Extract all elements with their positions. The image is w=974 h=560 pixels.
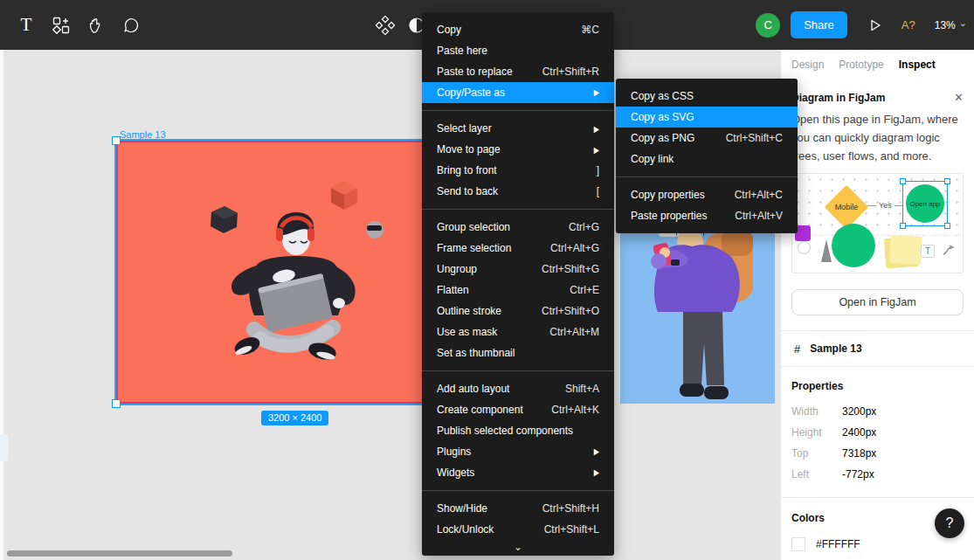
frame-hash-icon: # bbox=[794, 342, 800, 356]
menu-separator bbox=[616, 176, 798, 177]
node-label: Open app bbox=[906, 184, 944, 223]
frame-illustration bbox=[118, 142, 427, 404]
menu-item-plugins[interactable]: Plugins ▶ bbox=[422, 441, 614, 462]
tab-prototype[interactable]: Prototype bbox=[839, 59, 883, 71]
property-row: Top 7318px bbox=[791, 443, 964, 464]
selection-handle-top-left[interactable] bbox=[112, 136, 121, 145]
menu-item-flatten[interactable]: FlattenCtrl+E bbox=[422, 280, 614, 301]
property-row: Height 2400px bbox=[791, 422, 964, 443]
menu-item-add-auto-layout[interactable]: Add auto layoutShift+A bbox=[422, 378, 614, 399]
open-in-figjam-button[interactable]: Open in FigJam bbox=[791, 289, 964, 315]
figjam-preview: Mobile Yes → Open app bbox=[791, 173, 964, 273]
menu-item-lock-unlock[interactable]: Lock/UnlockCtrl+Shift+L bbox=[422, 519, 614, 540]
properties-title: Properties bbox=[791, 380, 964, 392]
text-tool-button[interactable]: T bbox=[9, 8, 44, 43]
copy-paste-as-submenu: Copy as CSS Copy as SVG Copy as PNGCtrl+… bbox=[616, 79, 798, 233]
menu-scroll-more[interactable]: ⌄ bbox=[422, 540, 614, 554]
menu-item-ungroup[interactable]: UngroupCtrl+Shift+G bbox=[422, 259, 614, 280]
properties-section: Properties Width 3200px Height 2400px To… bbox=[781, 367, 974, 497]
menu-item-bring-to-front[interactable]: Bring to front] bbox=[422, 160, 614, 181]
figjam-diamond-node: Mobile bbox=[825, 186, 867, 228]
selected-frame[interactable] bbox=[116, 141, 427, 404]
chevron-down-icon: ⌄ bbox=[514, 541, 522, 553]
color-swatch[interactable] bbox=[791, 537, 805, 551]
tab-design[interactable]: Design bbox=[791, 59, 824, 71]
avatar-initial: C bbox=[763, 18, 771, 31]
resources-diamond-icon[interactable] bbox=[376, 16, 395, 35]
hand-tool-button[interactable] bbox=[79, 8, 114, 43]
present-button[interactable] bbox=[860, 10, 891, 41]
figjam-promo: Diagram in FigJam ✕ Open this page in Fi… bbox=[781, 79, 974, 315]
right-panel: Design Prototype Inspect Diagram in FigJ… bbox=[780, 50, 974, 560]
submenu-arrow-icon: ▶ bbox=[594, 88, 599, 98]
help-button[interactable]: ? bbox=[935, 508, 964, 538]
comment-tool-button[interactable] bbox=[114, 8, 149, 43]
submenu-item-paste-properties[interactable]: Paste propertiesCtrl+Alt+V bbox=[616, 205, 798, 226]
selection-handle-bottom-left[interactable] bbox=[112, 399, 121, 408]
submenu-arrow-icon: ▶ bbox=[594, 447, 599, 457]
horizontal-scrollbar[interactable] bbox=[7, 550, 232, 557]
menu-item-show-hide[interactable]: Show/HideCtrl+Shift+H bbox=[422, 498, 614, 519]
menu-separator bbox=[422, 490, 614, 491]
menu-item-create-component[interactable]: Create componentCtrl+Alt+K bbox=[422, 399, 614, 420]
question-icon: ? bbox=[946, 515, 954, 531]
menu-separator bbox=[422, 209, 614, 210]
figjam-selected-node: Open app bbox=[902, 181, 948, 226]
close-icon[interactable]: ✕ bbox=[954, 91, 964, 104]
submenu-item-copy-link[interactable]: Copy link bbox=[616, 149, 798, 169]
figjam-mini-toolbar: T bbox=[792, 236, 963, 273]
color-row: #FFFFFF bbox=[791, 537, 964, 551]
tab-inspect[interactable]: Inspect bbox=[899, 59, 936, 71]
zoom-menu[interactable]: 13% ⌄ bbox=[935, 19, 967, 31]
property-row: Width 3200px bbox=[791, 401, 964, 422]
menu-item-widgets[interactable]: Widgets ▶ bbox=[422, 462, 614, 483]
submenu-item-copy-as-css[interactable]: Copy as CSS bbox=[616, 86, 798, 107]
left-panel-flyout-tab[interactable] bbox=[0, 434, 8, 461]
selection-header: # Sample 13 bbox=[781, 331, 974, 366]
menu-item-set-as-thumbnail[interactable]: Set as thumbnail bbox=[422, 342, 614, 363]
figjam-shape-tool bbox=[832, 224, 875, 267]
menu-item-publish-selected-components[interactable]: Publish selected components bbox=[422, 420, 614, 441]
menu-item-move-to-page[interactable]: Move to page ▶ bbox=[422, 139, 614, 160]
play-icon bbox=[867, 17, 884, 34]
menu-item-copy[interactable]: Copy⌘C bbox=[422, 19, 614, 40]
figjam-connector-icon bbox=[942, 245, 956, 257]
figjam-sticky-note bbox=[889, 235, 922, 265]
menu-item-paste-here[interactable]: Paste here bbox=[422, 40, 614, 61]
zoom-level: 13% bbox=[935, 19, 956, 31]
submenu-item-copy-properties[interactable]: Copy propertiesCtrl+Alt+C bbox=[616, 184, 798, 205]
menu-item-paste-to-replace[interactable]: Paste to replaceCtrl+Shift+R bbox=[422, 61, 614, 82]
menu-item-group-selection[interactable]: Group selectionCtrl+G bbox=[422, 217, 614, 238]
figjam-text-tool: T bbox=[921, 245, 935, 258]
submenu-arrow-icon: ▶ bbox=[594, 145, 599, 155]
component-tool-button[interactable] bbox=[44, 8, 79, 43]
menu-item-frame-selection[interactable]: Frame selectionCtrl+Alt+G bbox=[422, 238, 614, 259]
share-button[interactable]: Share bbox=[791, 11, 847, 38]
color-hex[interactable]: #FFFFFF bbox=[816, 538, 860, 550]
property-row: Left -772px bbox=[791, 464, 964, 485]
comment-icon bbox=[121, 16, 141, 35]
menu-item-use-as-mask[interactable]: Use as maskCtrl+Alt+M bbox=[422, 321, 614, 342]
hand-tool-icon bbox=[86, 16, 106, 35]
panel-tabs: Design Prototype Inspect bbox=[781, 50, 974, 79]
frame-name-label[interactable]: Sample 13 bbox=[120, 129, 166, 140]
menu-item-send-to-back[interactable]: Send to back[ bbox=[422, 181, 614, 202]
submenu-item-copy-as-png[interactable]: Copy as PNGCtrl+Shift+C bbox=[616, 128, 798, 149]
component-icon bbox=[52, 17, 70, 34]
menu-separator bbox=[422, 110, 614, 111]
text-tool-icon: T bbox=[21, 16, 32, 34]
selection-name: Sample 13 bbox=[810, 342, 861, 355]
menu-item-outline-stroke[interactable]: Outline strokeCtrl+Shift+O bbox=[422, 301, 614, 321]
figjam-pen-tool bbox=[821, 239, 832, 262]
submenu-item-copy-as-svg[interactable]: Copy as SVG bbox=[616, 107, 798, 128]
left-panel-edge bbox=[0, 50, 3, 560]
figjam-promo-title: Diagram in FigJam bbox=[791, 92, 885, 104]
submenu-arrow-icon: ▶ bbox=[594, 468, 599, 478]
menu-item-select-layer[interactable]: Select layer ▶ bbox=[422, 118, 614, 139]
accessibility-badge[interactable]: A? bbox=[901, 18, 915, 31]
context-menu: Copy⌘C Paste here Paste to replaceCtrl+S… bbox=[422, 12, 614, 556]
figjam-hand-tool bbox=[798, 241, 811, 254]
avatar[interactable]: C bbox=[756, 13, 780, 38]
menu-item-copy-paste-as[interactable]: Copy/Paste as ▶ bbox=[422, 82, 614, 103]
edge-label: Yes bbox=[879, 201, 892, 210]
